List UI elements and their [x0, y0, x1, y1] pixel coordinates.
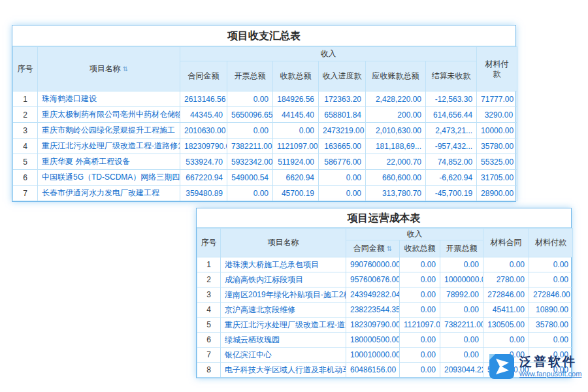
- row-index-cell: 1: [13, 91, 38, 107]
- col-header-project-name-label: 项目名称: [90, 64, 121, 73]
- value-cell: 44145.40: [273, 107, 319, 123]
- value-cell: 533924.70: [180, 154, 227, 170]
- table-row[interactable]: 5重庆华夏 外高桥工程设备533924.705932342.00511924.0…: [13, 154, 517, 170]
- value-cell: 130505.00: [483, 318, 529, 333]
- project-operating-cost-panel: 项目运营成本表 序号 项目名称 收入 材料合同 材料付款 合同金额⇅ 收款总额: [196, 208, 572, 378]
- value-cell: 0.00: [227, 186, 273, 201]
- value-cell: 22,000.70: [366, 154, 426, 170]
- value-cell: 359480.89: [180, 186, 227, 201]
- value-cell: 511924.00: [273, 154, 319, 170]
- table-row[interactable]: 4京沪高速北京段维修238223544.350.000.0045411.0010…: [197, 302, 573, 318]
- row-index-cell: 3: [13, 123, 38, 139]
- col-header-invoiced-total: 开票总额: [440, 240, 483, 257]
- col-header-receivable-total: 应收账款总额: [366, 61, 426, 91]
- project-income-summary-panel: 项目收支汇总表 序号 项目名称⇅ 收入 材料付款 合同金额 开票总额 收款总额: [12, 25, 516, 202]
- value-cell: 0.00: [400, 333, 440, 348]
- table-row[interactable]: 7长春市伊通河水力发电厂改建工程359480.890.0045700.190.0…: [13, 186, 517, 201]
- value-cell: 1121097.00: [273, 139, 319, 154]
- sort-icon[interactable]: ⇅: [387, 245, 392, 252]
- value-cell: 0.00: [400, 363, 440, 378]
- col-header-project-name: 项目名称: [221, 229, 346, 257]
- project-name-cell: 重庆市鹅岭公园绿化景观提升工程施工: [38, 123, 180, 139]
- value-cell: 2473219.00: [319, 123, 366, 139]
- value-cell: 614,656.44: [426, 107, 477, 123]
- value-cell: 78992.00: [440, 287, 483, 302]
- col-header-contract-amount[interactable]: 合同金额⇅: [346, 240, 400, 257]
- project-name-cell: 重庆江北污水处理厂级改造工程-道路修复工: [38, 139, 180, 154]
- value-cell: 163665.00: [319, 139, 366, 154]
- value-cell: 2010630.00: [180, 123, 227, 139]
- group-header-income: 收入: [346, 229, 483, 240]
- project-name-cell: 京沪高速北京段维修: [221, 302, 346, 318]
- value-cell: 0.00: [529, 333, 573, 348]
- group-header-income: 收入: [180, 47, 477, 61]
- sort-icon[interactable]: ⇅: [123, 65, 128, 73]
- value-cell: 0.00: [440, 333, 483, 348]
- table-row[interactable]: 4重庆江北污水处理厂级改造工程-道路修复工182309790.007382211…: [13, 139, 517, 154]
- project-name-cell: 绿城云栖玫瑰园: [221, 333, 346, 348]
- value-cell: 313,780.70: [366, 186, 426, 201]
- table-row[interactable]: 2重庆太极制药有限公司亳州中药材仓储物流44345.405650096.6544…: [13, 107, 517, 123]
- value-cell: 182309790.00: [346, 318, 400, 333]
- col-header-index: 序号: [197, 229, 221, 257]
- value-cell: 2,010,630.00: [366, 123, 426, 139]
- row-index-cell: 3: [197, 287, 221, 302]
- value-cell: 586776.00: [319, 154, 366, 170]
- value-cell: 10000000.00: [440, 272, 483, 287]
- col-header-project-name[interactable]: 项目名称⇅: [38, 47, 180, 91]
- value-cell: 0.00: [227, 123, 273, 139]
- table-row[interactable]: 6中国联通5G（TD-SCDMA）网络三期四川工667220.94549000.…: [13, 170, 517, 186]
- value-cell: 45411.00: [483, 302, 529, 318]
- value-cell: 3290.00: [477, 107, 517, 123]
- value-cell: -45,700.19: [426, 186, 477, 201]
- page: 项目收支汇总表 序号 项目名称⇅ 收入 材料付款 合同金额 开票总额 收款总额: [0, 0, 588, 392]
- project-name-cell: 电子科技大学区域人行道及非机动车道工: [221, 363, 346, 378]
- project-name-cell: 中国联通5G（TD-SCDMA）网络三期四川工: [38, 170, 180, 186]
- brand-name: 泛普软件: [519, 355, 581, 369]
- value-cell: 7382211.00: [440, 318, 483, 333]
- value-cell: 549000.54: [227, 170, 273, 186]
- value-cell: -6,620.94: [426, 170, 477, 186]
- table-row[interactable]: 6绿城云栖玫瑰园180000500.000.000.000.000.00: [197, 333, 573, 348]
- value-cell: 5932342.00: [227, 154, 273, 170]
- value-cell: 667220.94: [180, 170, 227, 186]
- value-cell: 0.00: [400, 287, 440, 302]
- summary-table-title: 项目收支汇总表: [12, 25, 515, 46]
- project-name-cell: 银亿滨江中心: [221, 348, 346, 363]
- value-cell: 74,852.00: [426, 154, 477, 170]
- row-index-cell: 4: [197, 302, 221, 318]
- table-row[interactable]: 2成渝高铁内江标段项目957600676.000.0010000000.0027…: [197, 272, 573, 287]
- value-cell: 10890.00: [529, 302, 573, 318]
- value-cell: 10000.00: [477, 123, 517, 139]
- col-header-index: 序号: [13, 47, 38, 91]
- value-cell: -957,432...: [426, 139, 477, 154]
- value-cell: 35780.00: [477, 139, 517, 154]
- value-cell: 0.00: [529, 257, 573, 272]
- col-header-received-total: 收款总额: [400, 240, 440, 257]
- value-cell: 2780.00: [483, 272, 529, 287]
- value-cell: 45700.19: [273, 186, 319, 201]
- value-cell: 0.00: [400, 348, 440, 363]
- project-name-cell: 重庆太极制药有限公司亳州中药材仓储物流: [38, 107, 180, 123]
- table-row[interactable]: 1港珠澳大桥施工总承包项目990760000.000.000.000.000.0…: [197, 257, 573, 272]
- project-name-cell: 珠海鹤港口建设: [38, 91, 180, 107]
- value-cell: 5650096.65: [227, 107, 273, 123]
- row-index-cell: 4: [13, 139, 38, 154]
- table-row[interactable]: 5重庆江北污水处理厂级改造工程-道路修复182309790.001121097.…: [197, 318, 573, 333]
- col-header-income-progress: 收入进度款: [319, 61, 366, 91]
- table-row[interactable]: 3重庆市鹅岭公园绿化景观提升工程施工2010630.000.000.002473…: [13, 123, 517, 139]
- brand-text: 泛普软件 www.fanpusoft.com: [519, 355, 581, 378]
- project-name-cell: 港珠澳大桥施工总承包项目: [221, 257, 346, 272]
- value-cell: 2613146.56: [180, 91, 227, 107]
- value-cell: 0.00: [440, 302, 483, 318]
- value-cell: 7382211.00: [227, 139, 273, 154]
- value-cell: 181,188,69...: [366, 139, 426, 154]
- value-cell: 44345.40: [180, 107, 227, 123]
- value-cell: 55325.00: [477, 154, 517, 170]
- row-index-cell: 1: [197, 257, 221, 272]
- row-index-cell: 7: [13, 186, 38, 201]
- row-index-cell: 7: [197, 348, 221, 363]
- table-row[interactable]: 3潼南区2019年绿化补贴项目-施工2标段243949282.040.00789…: [197, 287, 573, 302]
- table-row[interactable]: 1珠海鹤港口建设2613146.560.00184926.56172363.20…: [13, 91, 517, 107]
- value-cell: 31705.00: [477, 170, 517, 186]
